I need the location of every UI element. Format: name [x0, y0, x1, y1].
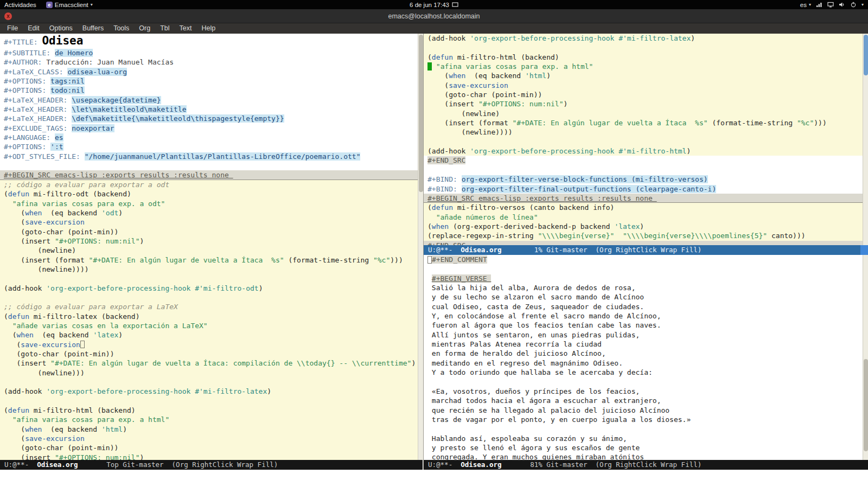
buffer-line[interactable] — [424, 43, 863, 52]
right-top-window-buffer[interactable]: (add-hook 'org-export-before-processing-… — [424, 34, 863, 245]
menu-item-file[interactable]: File — [2, 23, 23, 34]
buffer-line[interactable]: (save-excursion — [0, 340, 418, 349]
buffer-line[interactable]: ;; código a evaluar para exportar a odt — [0, 180, 418, 189]
buffer-line[interactable]: Salió la hija del alba, Aurora de dedos … — [424, 283, 863, 292]
buffer-line[interactable]: meditando en el regreso del magnánimo Od… — [424, 359, 863, 368]
buffer-line[interactable] — [0, 293, 418, 302]
buffer-line[interactable]: (insert "#+OPTIONS: num:nil") — [0, 453, 418, 460]
buffer-line[interactable]: marchad todos hacia el ágora a escuchar … — [424, 396, 863, 405]
buffer-line[interactable]: (insert (format "#+DATE: En algún lugar … — [424, 118, 863, 127]
menu-item-tbl[interactable]: Tbl — [155, 23, 174, 34]
scrollbar-thumb[interactable] — [419, 35, 423, 192]
buffer-line[interactable]: "afina varias cosas para exp. a html" — [0, 415, 418, 424]
menu-item-text[interactable]: Text — [175, 23, 197, 34]
buffer-line[interactable]: (newline)))) — [424, 127, 863, 137]
window-title-bar[interactable]: x emacs@localhost.localdomain — [0, 9, 868, 23]
left-window-scrollbar[interactable] — [418, 34, 423, 460]
buffer-line[interactable]: "afina varias cosas para exp. a odt" — [0, 199, 418, 208]
buffer-line[interactable]: #+LANGUAGE: es — [0, 133, 418, 142]
buffer-line[interactable]: congregada. Y eran muchos quienes miraba… — [424, 452, 863, 460]
buffer-line[interactable]: (newline) — [0, 246, 418, 255]
buffer-line[interactable]: #+END_COMMENT — [424, 255, 863, 264]
buffer-line[interactable]: (goto-char (point-min)) — [0, 227, 418, 236]
buffer-line[interactable]: #+BIND: org-export-filter-final-output-f… — [424, 184, 863, 194]
buffer-line[interactable] — [424, 424, 863, 433]
buffer-line[interactable]: (defun mi-filtro-html (backend) — [0, 406, 418, 415]
keyboard-layout-button[interactable]: es ▾ — [800, 2, 811, 8]
buffer-line[interactable]: (add-hook 'org-export-before-processing-… — [0, 387, 418, 396]
left-window-buffer[interactable]: #+TITLE: Odisea#+SUBTITLE: de Homero#+AU… — [0, 34, 418, 460]
clock-button[interactable]: 6 de jun 17:43 — [0, 0, 868, 9]
buffer-line[interactable]: #+TITLE: Odisea — [0, 34, 418, 48]
buffer-line[interactable]: (goto-char (point-min)) — [424, 90, 863, 99]
buffer-line[interactable]: (add-hook 'org-export-before-processing-… — [0, 284, 418, 293]
modeline-active[interactable]: U:@**- Odisea.org 1% Git-master (Org Rig… — [424, 245, 868, 255]
buffer-line[interactable] — [0, 161, 418, 170]
activities-button[interactable]: Actividades — [4, 2, 36, 8]
buffer-line[interactable]: #+EXCLUDE_TAGS: noexportar — [0, 124, 418, 133]
buffer-line[interactable] — [424, 264, 863, 273]
buffer-line[interactable]: #+END_SRC — [424, 241, 863, 245]
buffer-line[interactable]: "afina varias cosas para exp. a html" — [424, 62, 863, 71]
menu-item-buffers[interactable]: Buffers — [78, 23, 108, 34]
buffer-line[interactable]: (goto-char (point-min)) — [0, 443, 418, 452]
buffer-line[interactable] — [424, 165, 863, 175]
menu-item-options[interactable]: Options — [44, 23, 78, 34]
buffer-line[interactable]: mientras Palas Atenea recorría la ciudad — [424, 340, 863, 349]
buffer-line[interactable]: (insert "#+DATE: En algún lugar de vuelt… — [0, 359, 418, 368]
buffer-line[interactable]: y presto se llenó el ágora y sus escaños… — [424, 443, 863, 452]
buffer-line[interactable]: #+BEGIN_VERSE — [424, 274, 863, 283]
modeline-left[interactable]: U:@**- Odisea.org Top Git-master (Org Ri… — [0, 460, 423, 470]
buffer-line[interactable]: (goto-char (point-min)) — [0, 349, 418, 359]
buffer-line[interactable]: (insert "#+OPTIONS: num:nil") — [0, 236, 418, 246]
menu-item-help[interactable]: Help — [197, 23, 221, 34]
right-bottom-window-buffer[interactable]: #+END_COMMENT #+BEGIN_VERSE Salió la hij… — [424, 255, 863, 460]
buffer-line[interactable]: #+OPTIONS: tags:nil — [0, 76, 418, 86]
buffer-line[interactable]: "añade varias cosas en la exportación a … — [0, 321, 418, 330]
buffer-line[interactable]: (save-excursion — [0, 217, 418, 227]
buffer-line[interactable]: ;; código a evaluar para exportar a LaTe… — [0, 302, 418, 311]
buffer-line[interactable]: fueron al ágora que los feacios tenían c… — [424, 321, 863, 330]
buffer-line[interactable]: (save-excursion — [0, 434, 418, 443]
buffer-line[interactable] — [424, 137, 863, 146]
buffer-line[interactable] — [0, 377, 418, 387]
buffer-line[interactable]: #+OPTIONS: todo:nil — [0, 86, 418, 95]
buffer-line[interactable]: en forma de heraldo del juicioso Alcínoo… — [424, 349, 863, 358]
buffer-line[interactable]: (insert (format "#+DATE: En algún lugar … — [0, 255, 418, 265]
buffer-line[interactable]: Hablando así, espoleaba su corazón y su … — [424, 434, 863, 443]
chevron-down-icon[interactable]: ▾ — [861, 2, 864, 7]
buffer-line[interactable]: #+AUTHOR: Traducción: Juan Manuel Macías — [0, 57, 418, 67]
buffer-line[interactable]: #+LaTeX_HEADER: \def\maketitle{\maketitl… — [0, 114, 418, 123]
buffer-line[interactable]: #+LaTeX_HEADER: \usepackage{datetime} — [0, 95, 418, 105]
modeline-right-bottom[interactable]: U:@**- Odisea.org 81% Git-master (Org Ri… — [424, 460, 868, 470]
buffer-line[interactable]: #+LaTeX_HEADER: \let\maketitleold\maketi… — [0, 105, 418, 114]
scrollbar-thumb[interactable] — [864, 35, 868, 75]
buffer-line[interactable]: Allí juntos se sentaron, en unas piedras… — [424, 330, 863, 340]
buffer-line[interactable]: "añade números de línea" — [424, 213, 863, 222]
buffer-line[interactable]: (defun mi-filtro-latex (backend) — [0, 312, 418, 321]
buffer-line[interactable]: (when (eq backend 'html) — [0, 425, 418, 434]
buffer-line[interactable]: #+ODT_STYLES_FILE: "/home/juanmanuel/Pla… — [0, 152, 418, 161]
buffer-line[interactable]: (replace-regexp-in-string "\\\\begin{ver… — [424, 231, 863, 240]
buffer-line[interactable]: cual Odiseo, casta de Zeus, saqueador de… — [424, 302, 863, 311]
scrollbar-thumb[interactable] — [864, 359, 868, 451]
buffer-line[interactable]: «Ea, vosotros, dueños y príncipes de los… — [424, 387, 863, 396]
buffer-line[interactable]: #+OPTIONS: ':t — [0, 142, 418, 151]
menu-item-org[interactable]: Org — [134, 23, 155, 34]
buffer-line[interactable] — [424, 377, 863, 386]
buffer-line[interactable]: (add-hook 'org-export-before-processing-… — [424, 34, 863, 43]
buffer-line[interactable]: (save-excursion — [424, 81, 863, 90]
buffer-line[interactable]: (when (org-export-derived-backend-p back… — [424, 222, 863, 231]
buffer-line[interactable]: #+BEGIN_SRC emacs-lisp :exports results … — [0, 170, 418, 180]
buffer-line[interactable]: (when (eq backend 'html) — [424, 71, 863, 80]
buffer-line[interactable]: (when (eq backend 'latex) — [0, 330, 418, 340]
buffer-line[interactable]: (defun mi-filtro-versos (canto backend i… — [424, 203, 863, 212]
menu-item-tools[interactable]: Tools — [108, 23, 134, 34]
buffer-line[interactable]: (when (eq backend 'odt) — [0, 208, 418, 217]
emacs-menu-bar[interactable]: FileEditOptionsBuffersToolsOrgTblTextHel… — [0, 23, 868, 34]
buffer-line[interactable]: #+SUBTITLE: de Homero — [0, 48, 418, 57]
buffer-line[interactable]: (defun mi-filtro-odt (backend) — [0, 189, 418, 199]
buffer-line[interactable]: (newline) — [424, 109, 863, 118]
buffer-line[interactable] — [0, 396, 418, 406]
buffer-line[interactable]: #+BEGIN_SRC emacs-lisp :exports results … — [424, 194, 863, 203]
